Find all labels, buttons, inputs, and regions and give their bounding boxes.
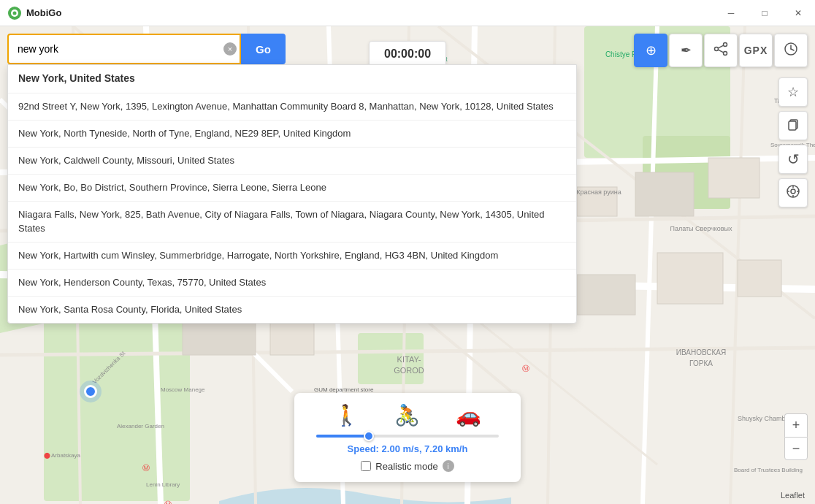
pen-icon: ✒: [681, 42, 692, 58]
maximize-button[interactable]: □: [748, 0, 781, 26]
svg-text:Ⓜ: Ⓜ: [164, 500, 172, 504]
svg-text:KITAY-: KITAY-: [397, 355, 421, 364]
svg-text:Палаты Сверчковых: Палаты Сверчковых: [670, 225, 732, 232]
dropdown-item[interactable]: 92nd Street Y, New York, 1395, Lexington…: [8, 93, 576, 121]
transport-mode-icons: 🚶 🚴 🚗: [316, 403, 499, 427]
clear-button[interactable]: ×: [223, 42, 237, 56]
svg-text:Lenin Library: Lenin Library: [146, 481, 180, 488]
share-icon: [713, 42, 728, 60]
svg-text:Красная руина: Красная руина: [576, 188, 621, 196]
svg-text:Alexander Garden: Alexander Garden: [117, 423, 164, 429]
clock-button[interactable]: [774, 34, 808, 67]
svg-rect-4: [44, 318, 190, 501]
svg-point-75: [724, 51, 727, 55]
dropdown-item[interactable]: New York, Santa Rosa County, Florida, Un…: [8, 297, 576, 323]
share-button[interactable]: [704, 34, 738, 67]
svg-text:Ⓜ: Ⓜ: [522, 364, 529, 373]
speed-label: Speed: 2.00 m/s, 7.20 km/h: [316, 443, 499, 454]
dropdown-item[interactable]: New York, United States: [8, 65, 576, 93]
speed-handle[interactable]: [364, 431, 374, 441]
svg-rect-32: [635, 172, 694, 216]
minimize-button[interactable]: ─: [714, 0, 748, 26]
speed-value: 2.00 m/s, 7.20 km/h: [382, 443, 468, 454]
dropdown-item[interactable]: New York, Hartwith cum Winsley, Summerbr…: [8, 243, 576, 270]
walk-mode-button[interactable]: 🚶: [326, 403, 367, 427]
info-icon[interactable]: i: [443, 460, 454, 472]
svg-line-77: [718, 45, 723, 48]
right-side-icons: ☆ ↺: [778, 77, 808, 207]
svg-text:ИВАНОВСКАЯ: ИВАНОВСКАЯ: [676, 348, 726, 356]
locate-button[interactable]: [778, 178, 808, 207]
svg-rect-33: [708, 158, 759, 198]
svg-text:Ⓜ: Ⓜ: [142, 464, 150, 472]
search-row: × Go: [7, 34, 577, 64]
star-icon: ☆: [787, 84, 799, 100]
app-title: MobiGo: [26, 7, 61, 18]
svg-rect-36: [657, 253, 723, 304]
svg-rect-35: [577, 275, 635, 315]
svg-text:Board of Trustees Building: Board of Trustees Building: [734, 467, 803, 473]
clock-icon: [784, 42, 798, 60]
dropdown-item[interactable]: Niagara Falls, New York, 825, Bath Avenu…: [8, 202, 576, 242]
copy-button[interactable]: [778, 111, 808, 140]
gpx-button[interactable]: GPX: [739, 34, 773, 67]
copy-icon: [786, 117, 800, 135]
close-button[interactable]: ✕: [781, 0, 815, 26]
crosshair-button[interactable]: ⊕: [634, 34, 667, 67]
svg-point-73: [724, 42, 727, 46]
app-icon: [7, 6, 22, 20]
refresh-icon: ↺: [787, 150, 800, 168]
location-dot: [84, 385, 97, 398]
svg-text:⬤: ⬤: [44, 452, 50, 459]
locate-icon: [786, 184, 800, 202]
window-controls: ─ □ ✕: [714, 0, 815, 26]
svg-point-84: [791, 189, 795, 194]
titlebar: MobiGo ─ □ ✕: [0, 0, 815, 26]
dropdown-item[interactable]: New York, Henderson County, Texas, 75770…: [8, 270, 576, 297]
speed-fill: [316, 435, 367, 438]
svg-text:ГОРКА: ГОРКА: [689, 359, 713, 367]
dropdown-item[interactable]: New York, North Tyneside, North of Tyne,…: [8, 121, 576, 148]
svg-text:GOROD: GOROD: [394, 366, 424, 375]
toolbar: ⊕ ✒ GPX: [634, 34, 808, 67]
clear-icon: ×: [228, 45, 232, 53]
zoom-in-button[interactable]: +: [784, 413, 808, 437]
svg-text:GUM department store: GUM department store: [314, 386, 374, 393]
svg-rect-82: [789, 121, 796, 130]
search-input-wrapper: ×: [7, 34, 241, 64]
transport-panel: 🚶 🚴 🚗 Speed: 2.00 m/s, 7.20 km/h Realist…: [294, 393, 521, 482]
zoom-controls: + −: [784, 413, 808, 460]
realistic-mode-checkbox[interactable]: [361, 461, 371, 471]
realistic-mode-label: Realistic mode: [375, 461, 437, 472]
search-area: × Go New York, United States92nd Street …: [7, 34, 577, 324]
svg-text:Arbatskaya: Arbatskaya: [51, 452, 81, 459]
svg-line-80: [791, 49, 794, 50]
search-input[interactable]: [7, 34, 241, 64]
realistic-mode-row: Realistic mode i: [316, 460, 499, 472]
map-container: KITAY- GOROD ИВАНОВСКАЯ ГОРКА Yermolov T…: [0, 26, 815, 504]
svg-rect-39: [270, 318, 314, 355]
star-button[interactable]: ☆: [778, 77, 808, 107]
svg-point-74: [715, 47, 719, 50]
refresh-button[interactable]: ↺: [778, 145, 808, 174]
zoom-out-button[interactable]: −: [784, 437, 808, 460]
gpx-label: GPX: [744, 45, 768, 56]
svg-text:Moscow Manege: Moscow Manege: [161, 386, 205, 393]
speed-slider[interactable]: [316, 435, 499, 438]
go-button[interactable]: Go: [241, 34, 286, 64]
search-dropdown: New York, United States92nd Street Y, Ne…: [7, 64, 577, 324]
app-logo: MobiGo: [0, 6, 69, 20]
leaflet-badge: Leaflet: [781, 491, 805, 500]
car-mode-button[interactable]: 🚗: [448, 403, 489, 427]
dropdown-item[interactable]: New York, Bo, Bo District, Southern Prov…: [8, 175, 576, 202]
svg-rect-37: [738, 260, 781, 297]
pen-button[interactable]: ✒: [669, 34, 703, 67]
crosshair-icon: ⊕: [646, 42, 657, 58]
bike-mode-button[interactable]: 🚴: [387, 403, 427, 427]
svg-line-76: [718, 50, 723, 53]
dropdown-item[interactable]: New York, Caldwell County, Missouri, Uni…: [8, 148, 576, 175]
svg-point-2: [13, 11, 17, 15]
